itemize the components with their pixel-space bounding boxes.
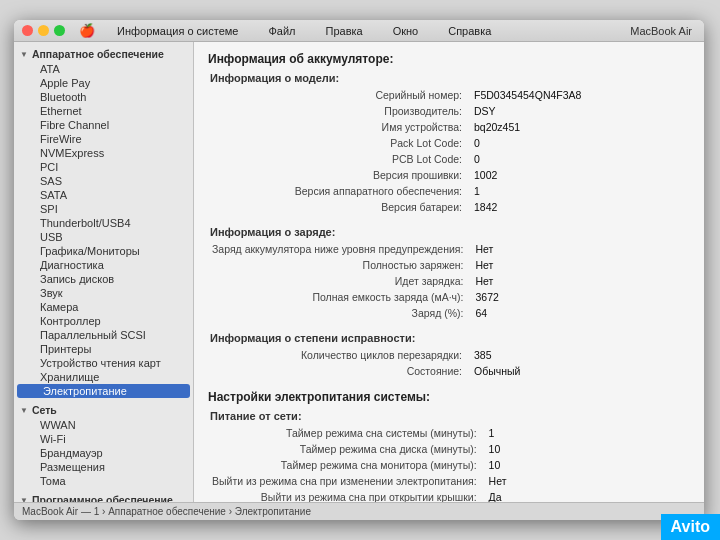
row-label: Pack Lot Code: xyxy=(210,136,470,150)
network-power-table: Таймер режима сна системы (минуты):1Тайм… xyxy=(208,424,690,502)
sidebar-item-spi[interactable]: SPI xyxy=(14,202,193,216)
minimize-button[interactable] xyxy=(38,25,49,36)
sidebar-section-software: ▼ Программное обеспечение xyxy=(14,492,193,502)
table-row: Полная емкость заряда (мА·ч):3672 xyxy=(210,290,688,304)
row-label: Таймер режима сна системы (минуты): xyxy=(210,426,485,440)
row-label: PCB Lot Code: xyxy=(210,152,470,166)
row-value: 1842 xyxy=(472,200,688,214)
menu-item-edit[interactable]: Правка xyxy=(317,23,370,39)
sidebar-item-usb[interactable]: USB xyxy=(14,230,193,244)
row-label: Полная емкость заряда (мА·ч): xyxy=(210,290,471,304)
row-value: 10 xyxy=(487,458,688,472)
avito-badge: Avito xyxy=(661,514,720,540)
table-row: Версия батареи:1842 xyxy=(210,200,688,214)
sidebar-item-sas[interactable]: SAS xyxy=(14,174,193,188)
sidebar-item-bluetooth[interactable]: Bluetooth xyxy=(14,90,193,104)
row-value: 385 xyxy=(472,348,688,362)
health-table: Количество циклов перезарядки:385Состоян… xyxy=(208,346,690,380)
table-row: Таймер режима сна диска (минуты):10 xyxy=(210,442,688,456)
triangle-icon: ▼ xyxy=(20,50,28,59)
sidebar-item-sound[interactable]: Звук xyxy=(14,286,193,300)
sidebar-item-thunderbolt[interactable]: Thunderbolt/USB4 xyxy=(14,216,193,230)
sidebar-item-locations[interactable]: Размещения xyxy=(14,460,193,474)
table-row: Таймер режима сна системы (минуты):1 xyxy=(210,426,688,440)
row-value: 0 xyxy=(472,136,688,150)
table-row: Pack Lot Code:0 xyxy=(210,136,688,150)
row-value: 1 xyxy=(487,426,688,440)
health-section-header: Информация о степени исправности: xyxy=(208,332,690,344)
table-row: Версия аппаратного обеспечения:1 xyxy=(210,184,688,198)
sidebar-item-printers[interactable]: Принтеры xyxy=(14,342,193,356)
row-value: Да xyxy=(487,490,688,502)
menu-bar: 🍎 Информация о системе Файл Правка Окно … xyxy=(79,23,499,39)
table-row: Заряд аккумулятора ниже уровня предупреж… xyxy=(210,242,688,256)
row-label: Заряд (%): xyxy=(210,306,471,320)
menu-item-help[interactable]: Справка xyxy=(440,23,499,39)
sidebar-item-sata[interactable]: SATA xyxy=(14,188,193,202)
sidebar-item-volumes[interactable]: Тома xyxy=(14,474,193,488)
menu-item-window[interactable]: Окно xyxy=(385,23,427,39)
charge-section-header: Информация о заряде: xyxy=(208,226,690,238)
close-button[interactable] xyxy=(22,25,33,36)
sidebar-item-camera[interactable]: Камера xyxy=(14,300,193,314)
sidebar-item-firewire[interactable]: FireWire xyxy=(14,132,193,146)
sidebar-item-wifi[interactable]: Wi-Fi xyxy=(14,432,193,446)
row-value: Обычный xyxy=(472,364,688,378)
sidebar-item-ethernet[interactable]: Ethernet xyxy=(14,104,193,118)
sidebar-item-parallelscsi[interactable]: Параллельный SCSI xyxy=(14,328,193,342)
row-value: 64 xyxy=(473,306,688,320)
sidebar-item-firewall[interactable]: Брандмауэр xyxy=(14,446,193,460)
row-label: Выйти из режима сна при открытии крышки: xyxy=(210,490,485,502)
sidebar-item-diagnostics[interactable]: Диагностика xyxy=(14,258,193,272)
power-settings-title: Настройки электропитания системы: xyxy=(208,390,690,404)
model-section-header: Информация о модели: xyxy=(208,72,690,84)
table-row: Состояние:Обычный xyxy=(210,364,688,378)
row-label: Количество циклов перезарядки: xyxy=(210,348,470,362)
table-row: Полностью заряжен:Нет xyxy=(210,258,688,272)
sidebar-item-storage[interactable]: Хранилище xyxy=(14,370,193,384)
sidebar-item-nvmexpress[interactable]: NVMExpress xyxy=(14,146,193,160)
row-label: Серийный номер: xyxy=(210,88,470,102)
row-value: Нет xyxy=(487,474,688,488)
row-label: Полностью заряжен: xyxy=(210,258,471,272)
sidebar-item-pci[interactable]: PCI xyxy=(14,160,193,174)
table-row: Таймер режима сна монитора (минуты):10 xyxy=(210,458,688,472)
row-value: 1 xyxy=(472,184,688,198)
table-row: Выйти из режима сна при открытии крышки:… xyxy=(210,490,688,502)
row-value: bq20z451 xyxy=(472,120,688,134)
sidebar-item-diskburn[interactable]: Запись дисков xyxy=(14,272,193,286)
row-label: Версия батареи: xyxy=(210,200,470,214)
apple-icon[interactable]: 🍎 xyxy=(79,23,95,38)
sidebar-item-ata[interactable]: ATA xyxy=(14,62,193,76)
table-row: Производитель:DSY xyxy=(210,104,688,118)
table-row: Версия прошивки:1002 xyxy=(210,168,688,182)
row-value: F5D0345454QN4F3A8 xyxy=(472,88,688,102)
breadcrumb-bar: MacBook Air — 1 › Аппаратное обеспечение… xyxy=(14,502,704,520)
table-row: Серийный номер:F5D0345454QN4F3A8 xyxy=(210,88,688,102)
sidebar: ▼ Аппаратное обеспечение ATA Apple Pay B… xyxy=(14,42,194,502)
model-table: Серийный номер:F5D0345454QN4F3A8Производ… xyxy=(208,86,690,216)
row-value: 3672 xyxy=(473,290,688,304)
sidebar-item-graphics[interactable]: Графика/Мониторы xyxy=(14,244,193,258)
window-title: MacBook Air xyxy=(630,25,692,37)
title-bar: 🍎 Информация о системе Файл Правка Окно … xyxy=(14,20,704,42)
row-value: 0 xyxy=(472,152,688,166)
row-label: Производитель: xyxy=(210,104,470,118)
table-row: Имя устройства:bq20z451 xyxy=(210,120,688,134)
menu-item-app[interactable]: Информация о системе xyxy=(109,23,246,39)
sidebar-item-applepay[interactable]: Apple Pay xyxy=(14,76,193,90)
row-value: 1002 xyxy=(472,168,688,182)
sidebar-item-wwan[interactable]: WWAN xyxy=(14,418,193,432)
sidebar-item-controller[interactable]: Контроллер xyxy=(14,314,193,328)
menu-item-file[interactable]: Файл xyxy=(260,23,303,39)
table-row: Выйти из режима сна при изменении электр… xyxy=(210,474,688,488)
table-row: Количество циклов перезарядки:385 xyxy=(210,348,688,362)
sidebar-item-cardreader[interactable]: Устройство чтения карт xyxy=(14,356,193,370)
table-row: PCB Lot Code:0 xyxy=(210,152,688,166)
row-label: Идет зарядка: xyxy=(210,274,471,288)
network-power-header: Питание от сети: xyxy=(208,410,690,422)
main-content: ▼ Аппаратное обеспечение ATA Apple Pay B… xyxy=(14,42,704,502)
sidebar-item-fibrechannel[interactable]: Fibre Channel xyxy=(14,118,193,132)
maximize-button[interactable] xyxy=(54,25,65,36)
sidebar-item-power[interactable]: Электропитание xyxy=(17,384,190,398)
